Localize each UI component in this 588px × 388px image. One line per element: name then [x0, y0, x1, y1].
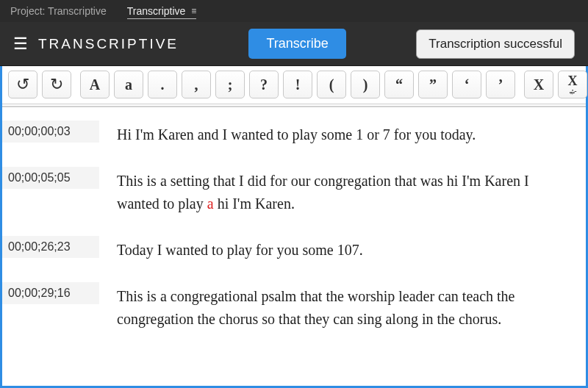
single-quote-close-button[interactable]: ’ [486, 71, 515, 98]
redo-button[interactable]: ↻ [42, 71, 71, 98]
undo-button[interactable]: ↺ [8, 71, 37, 98]
exclaim-button[interactable]: ! [283, 71, 312, 98]
tab-label: Transcriptive [127, 5, 186, 17]
timecode[interactable]: 00;00;00;03 [2, 121, 99, 143]
question-button[interactable]: ? [249, 71, 279, 98]
double-quote-open-button[interactable]: “ [384, 71, 414, 98]
formatting-toolbar: ↺ ↻ A a . , ; ? ! ( ) “ ” ‘ ’ X X .,;.- [2, 66, 586, 104]
tab-transcriptive[interactable]: Transcriptive ≡ [127, 5, 197, 19]
timecode[interactable]: 00;00;05;05 [2, 167, 99, 189]
tab-menu-icon[interactable]: ≡ [191, 6, 196, 16]
lowercase-button[interactable]: a [114, 71, 143, 98]
period-button[interactable]: . [148, 71, 177, 98]
strip-punct-button[interactable]: X .,;.- [558, 71, 587, 98]
delete-button[interactable]: X [524, 71, 553, 98]
timecode[interactable]: 00;00;29;16 [2, 282, 99, 304]
transcribe-button[interactable]: Transcribe [248, 29, 345, 59]
semicolon-button[interactable]: ; [215, 71, 245, 98]
double-quote-close-button[interactable]: ” [418, 71, 448, 98]
transcript-row: 00;00;00;03 Hi I'm Karen and I wanted to… [2, 121, 586, 146]
brand-area: ☰ TRANSCRIPTIVE [13, 36, 179, 52]
status-badge: Transcription successful [416, 29, 575, 59]
timecode[interactable]: 00;00;26;23 [2, 236, 99, 258]
paren-close-button[interactable]: ) [351, 71, 380, 98]
window-tab-bar: Project: Transcriptive Transcriptive ≡ [0, 0, 588, 22]
transcript-row: 00;00;29;16 This is a congregational psa… [2, 282, 586, 331]
app-header: ☰ TRANSCRIPTIVE Transcribe Transcription… [0, 22, 588, 66]
single-quote-open-button[interactable]: ‘ [452, 71, 481, 98]
transcript-row: 00;00;05;05 This is a setting that I did… [2, 167, 586, 215]
transcript-row: 00;00;26;23 Today I wanted to play for y… [2, 236, 586, 262]
strip-punct-x-icon: X [568, 75, 578, 87]
transcript-text[interactable]: Today I wanted to play for you some 107. [99, 236, 586, 262]
comma-button[interactable]: , [182, 71, 211, 98]
hamburger-icon[interactable]: ☰ [13, 36, 28, 52]
paren-open-button[interactable]: ( [317, 71, 346, 98]
strip-punct-dots-icon: .,;.- [569, 87, 576, 94]
transcript-text[interactable]: Hi I'm Karen and I wanted to play some 1… [99, 121, 586, 146]
uppercase-button[interactable]: A [80, 71, 110, 98]
transcript-text[interactable]: This is a congregational psalm that the … [99, 282, 586, 331]
editor-panel: ↺ ↻ A a . , ; ? ! ( ) “ ” ‘ ’ X X .,;.- … [0, 66, 588, 388]
transcript-body[interactable]: 00;00;00;03 Hi I'm Karen and I wanted to… [2, 107, 586, 386]
low-confidence-word[interactable]: a [207, 195, 214, 212]
project-label: Project: Transcriptive [10, 5, 107, 17]
brand-text: TRANSCRIPTIVE [38, 36, 179, 52]
transcript-text[interactable]: This is a setting that I did for our con… [99, 167, 586, 215]
